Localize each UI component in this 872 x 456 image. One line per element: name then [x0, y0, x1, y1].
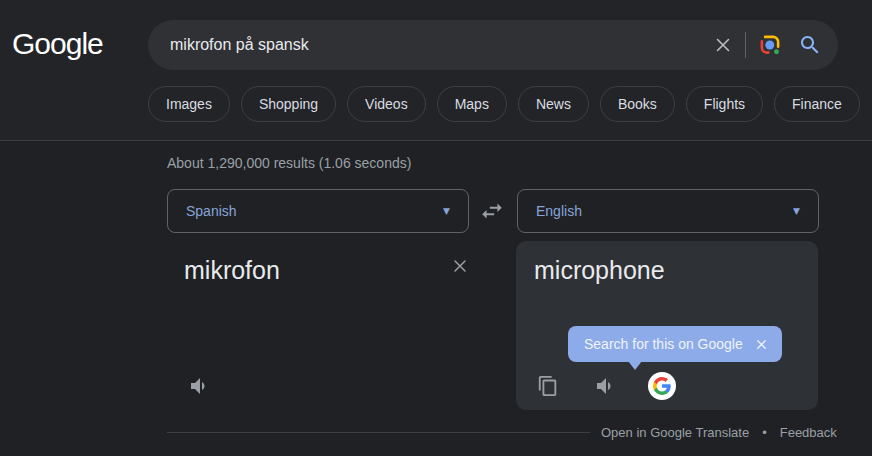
target-text: microphone: [534, 256, 665, 285]
swap-languages-icon[interactable]: [479, 198, 505, 224]
tab-videos[interactable]: Videos: [347, 86, 426, 122]
target-language-value: English: [536, 203, 582, 219]
open-in-translate-link[interactable]: Open in Google Translate: [601, 425, 749, 440]
results-stats: About 1,290,000 results (1.06 seconds): [167, 155, 411, 171]
target-language-select[interactable]: English ▼: [517, 189, 819, 233]
result-type-tabs: Images Shopping Videos Maps News Books F…: [148, 86, 860, 122]
search-bar[interactable]: mikrofon på spansk: [148, 20, 838, 70]
tab-images[interactable]: Images: [148, 86, 230, 122]
source-text[interactable]: mikrofon: [184, 256, 280, 285]
close-icon[interactable]: [450, 256, 470, 276]
tab-books[interactable]: Books: [600, 86, 675, 122]
speaker-icon[interactable]: [186, 374, 210, 398]
footer-separator: •: [762, 425, 767, 440]
source-language-value: Spanish: [186, 203, 237, 219]
search-bar-divider: [745, 32, 746, 58]
search-header: Google mikrofon på spansk: [0, 0, 872, 141]
speaker-icon[interactable]: [592, 374, 616, 398]
google-lens-icon[interactable]: [757, 32, 783, 58]
translate-footer: Open in Google Translate • Feedback: [601, 425, 837, 440]
copy-icon[interactable]: [536, 374, 560, 398]
tab-shopping[interactable]: Shopping: [241, 86, 336, 122]
feedback-link[interactable]: Feedback: [780, 425, 837, 440]
search-icon[interactable]: [798, 33, 822, 57]
chevron-down-icon: ▼: [793, 206, 800, 216]
footer-divider: [167, 432, 590, 433]
tooltip-label: Search for this on Google: [584, 336, 743, 352]
search-this-tooltip[interactable]: Search for this on Google: [568, 326, 782, 362]
search-input[interactable]: mikrofon på spansk: [170, 36, 712, 54]
chevron-down-icon: ▼: [443, 206, 450, 216]
google-search-page: Google mikrofon på spansk: [0, 0, 872, 456]
tab-finance[interactable]: Finance: [774, 86, 860, 122]
tooltip-arrow: [628, 361, 642, 370]
google-g-icon[interactable]: [648, 372, 676, 400]
tab-news[interactable]: News: [518, 86, 589, 122]
source-language-select[interactable]: Spanish ▼: [167, 189, 469, 233]
search-bar-icons: [712, 32, 822, 58]
tab-maps[interactable]: Maps: [437, 86, 507, 122]
tab-flights[interactable]: Flights: [686, 86, 763, 122]
clear-icon[interactable]: [712, 34, 734, 56]
google-logo[interactable]: Google: [12, 27, 103, 61]
tooltip-close-icon[interactable]: [754, 337, 769, 352]
